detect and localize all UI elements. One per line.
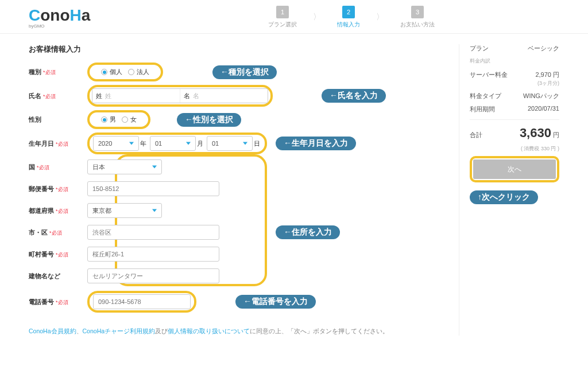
- type-radio-group[interactable]: 個人 法人: [93, 66, 157, 78]
- summary-plan-value: ベーシック: [528, 44, 559, 53]
- phone-input[interactable]: [93, 294, 191, 309]
- required-mark: *必須: [43, 69, 56, 75]
- step-badge: 1: [276, 6, 289, 18]
- name-input-group: 姓 名: [92, 88, 268, 103]
- required-mark: *必須: [56, 208, 68, 214]
- lastname-input[interactable]: [105, 89, 180, 103]
- select-value: 01: [155, 140, 162, 147]
- birth-month-select[interactable]: 01: [150, 136, 196, 151]
- select-value: 日本: [92, 163, 105, 172]
- terms-link-3[interactable]: 個人情報の取り扱いについて: [168, 328, 250, 334]
- label-city: 市・区: [29, 229, 48, 236]
- birth-day-select[interactable]: 01: [207, 136, 253, 151]
- summary-tax-note: ( 消費税 330 円 ): [470, 145, 559, 153]
- terms-link-1[interactable]: ConoHa会員規約: [29, 328, 76, 334]
- summary-period-label: 利用期間: [470, 105, 495, 114]
- step-label: プラン選択: [268, 21, 297, 29]
- step-label: お支払い方法: [400, 21, 435, 29]
- caret-down-icon: [243, 142, 247, 145]
- radio-label: 法人: [137, 68, 149, 76]
- annotation-gender: ←性別を選択: [177, 113, 241, 127]
- summary-total-label: 合計: [470, 131, 482, 139]
- building-input[interactable]: [87, 268, 219, 283]
- form-title: お客様情報入力: [29, 44, 442, 54]
- select-value: 2020: [98, 140, 112, 147]
- chevron-right-icon: 〉: [313, 12, 321, 22]
- radio-label: 個人: [110, 68, 122, 76]
- terms-link-2[interactable]: ConoHaチャージ利用規約: [83, 328, 156, 334]
- required-mark: *必須: [43, 94, 56, 99]
- select-value: 東京都: [92, 207, 111, 215]
- city-input[interactable]: [87, 225, 219, 240]
- summary-paytype-value: WINGパック: [523, 92, 559, 100]
- label-pref: 都道府県: [29, 207, 54, 214]
- label-country: 国: [29, 163, 35, 170]
- step-badge: 3: [411, 6, 424, 18]
- summary-server-label: サーバー料金: [470, 71, 508, 87]
- chevron-right-icon: 〉: [376, 12, 384, 22]
- radio-label: 女: [130, 115, 137, 124]
- annotation-birth: ←生年月日を入力: [276, 137, 356, 150]
- summary-period-value: 2020/07/31: [528, 105, 559, 114]
- required-mark: *必須: [56, 186, 68, 192]
- form: お客様情報入力 種別*必須 個人 法人 ←種別を選択 氏名*必須 姓: [29, 44, 442, 336]
- birth-year-select[interactable]: 2020: [93, 136, 139, 151]
- country-select[interactable]: 日本: [87, 159, 162, 174]
- annotation-next: ↑次へクリック: [470, 190, 538, 204]
- logo: ConoHa byGMO: [29, 6, 144, 29]
- prefecture-select[interactable]: 東京都: [87, 203, 162, 218]
- summary-total-value: 3,630: [520, 126, 551, 140]
- unit-day: 日: [254, 139, 260, 148]
- radio-label: 男: [110, 115, 116, 124]
- annotation-type: ←種別を選択: [212, 65, 277, 79]
- unit-month: 月: [197, 139, 203, 148]
- summary-server-note: (3ヶ月分): [537, 80, 559, 86]
- summary-paytype-label: 料金タイプ: [470, 92, 501, 100]
- annotation-phone: ←電話番号を入力: [235, 295, 316, 309]
- summary-plan-label: プラン: [470, 44, 489, 53]
- step-label: 情報入力: [337, 21, 360, 29]
- step-3: 3 お支払い方法: [400, 6, 435, 29]
- label-zip: 郵便番号: [29, 185, 54, 192]
- firstname-input[interactable]: [193, 89, 268, 103]
- summary-panel: プランベーシック 料金内訳 サーバー料金 2,970 円(3ヶ月分) 料金タイプ…: [459, 44, 559, 336]
- caret-down-icon: [152, 209, 157, 212]
- required-mark: *必須: [56, 252, 68, 258]
- label-gender: 性別: [29, 116, 41, 123]
- label-phone: 電話番号: [29, 298, 54, 305]
- progress-steps: 1 プラン選択 〉 2 情報入力 〉 3 お支払い方法: [268, 6, 435, 29]
- radio-female[interactable]: [122, 116, 128, 123]
- summary-total-unit: 円: [553, 131, 559, 138]
- radio-male[interactable]: [101, 116, 107, 123]
- caret-down-icon: [186, 142, 191, 145]
- label-mei: 名: [180, 92, 193, 100]
- required-mark: *必須: [56, 141, 68, 147]
- caret-down-icon: [152, 166, 157, 169]
- label-building: 建物名など: [29, 272, 60, 279]
- summary-breakdown-label: 料金内訳: [470, 57, 559, 65]
- agreement-note: ConoHa会員規約、ConoHaチャージ利用規約及び個人情報の取り扱いについて…: [29, 328, 442, 336]
- radio-corporate[interactable]: [128, 69, 134, 75]
- label-street: 町村番号: [29, 251, 54, 258]
- annotation-name: ←氏名を入力: [322, 89, 386, 103]
- required-mark: *必須: [56, 299, 68, 305]
- required-mark: *必須: [37, 165, 49, 170]
- select-value: 01: [212, 140, 219, 147]
- summary-server-value: 2,970 円: [535, 71, 559, 78]
- step-badge: 2: [342, 6, 355, 18]
- unit-year: 年: [140, 139, 146, 148]
- label-sei: 姓: [92, 92, 105, 100]
- next-button[interactable]: 次へ: [473, 159, 556, 179]
- gender-radio-group[interactable]: 男 女: [93, 114, 145, 126]
- label-type: 種別: [29, 68, 41, 75]
- zip-input[interactable]: [87, 181, 219, 196]
- label-birth: 生年月日: [29, 140, 54, 147]
- label-name: 氏名: [29, 92, 41, 99]
- street-input[interactable]: [87, 247, 219, 262]
- required-mark: *必須: [49, 230, 62, 236]
- header: ConoHa byGMO 1 プラン選択 〉 2 情報入力 〉 3 お支払い方法: [0, 0, 588, 34]
- step-2: 2 情報入力: [337, 6, 360, 29]
- step-1: 1 プラン選択: [268, 6, 297, 29]
- radio-individual[interactable]: [101, 69, 107, 75]
- caret-down-icon: [129, 142, 134, 145]
